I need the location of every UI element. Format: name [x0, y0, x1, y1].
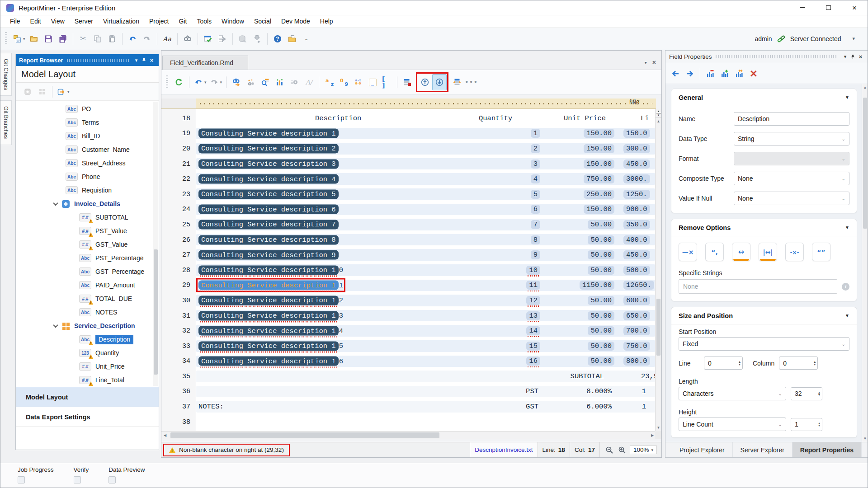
- toolbar-button[interactable]: [287, 74, 302, 90]
- property-control[interactable]: None⌄: [734, 172, 849, 185]
- menu-item[interactable]: Dev Mode: [276, 16, 315, 26]
- menu-item[interactable]: Social: [249, 16, 276, 26]
- remove-option-button[interactable]: —×: [679, 243, 697, 261]
- length-unit-select[interactable]: Characters⌄: [679, 387, 786, 400]
- tree-item[interactable]: #.# SUBTOTAL: [16, 211, 159, 224]
- close-panel-icon[interactable]: ×: [857, 53, 864, 61]
- close-document-icon[interactable]: ×: [652, 59, 656, 66]
- menu-item[interactable]: File: [5, 16, 25, 26]
- toolbar-button[interactable]: [52, 86, 52, 98]
- toolbar-button[interactable]: A∕: [302, 74, 316, 90]
- toolbar-button[interactable]: a-z0-9: [351, 74, 365, 90]
- close-panel-icon[interactable]: ×: [148, 56, 156, 64]
- unit-price-cell[interactable]: 50.00: [588, 250, 614, 259]
- scroll-down-icon[interactable]: ▼: [862, 435, 868, 442]
- line-total-cell[interactable]: 400.0: [623, 235, 650, 244]
- chevron-down-icon[interactable]: [53, 201, 58, 206]
- toolbar-button[interactable]: 09: [336, 74, 351, 90]
- quantity-cell[interactable]: 9: [531, 250, 540, 259]
- toolbar-button[interactable]: [668, 66, 683, 82]
- toolbar-button[interactable]: [418, 74, 432, 90]
- edge-tab[interactable]: Git Branches: [0, 100, 12, 145]
- tree-item[interactable]: Abc PAID_Amount: [16, 278, 159, 292]
- tree-item[interactable]: Abc PST_Percentage: [16, 251, 159, 265]
- description-cell[interactable]: Consulting Service description 16: [198, 357, 343, 366]
- toolbar-button[interactable]: [157, 33, 157, 45]
- unit-price-cell[interactable]: 250.00: [584, 190, 614, 199]
- unit-price-cell[interactable]: 50.00: [588, 357, 614, 366]
- section-header[interactable]: General▼: [671, 89, 857, 106]
- description-cell[interactable]: Consulting Service description 13: [198, 311, 343, 320]
- toolbar-button[interactable]: [273, 74, 287, 90]
- tree-item[interactable]: #.# Unit_Price: [16, 360, 159, 373]
- toolbar-button[interactable]: _: [365, 74, 380, 90]
- panel-scrollbar[interactable]: ▲ ▼: [862, 84, 868, 442]
- tree-item[interactable]: #.# PST_Value: [16, 224, 159, 238]
- description-cell[interactable]: Consulting Service description 1: [198, 129, 339, 138]
- toolbar-grip[interactable]: [166, 75, 168, 89]
- remove-option-button[interactable]: ↔: [732, 243, 750, 261]
- quantity-cell[interactable]: 7: [531, 220, 540, 229]
- quantity-cell[interactable]: 16: [526, 357, 540, 366]
- toolbar-button[interactable]: [208, 74, 224, 90]
- mode-button[interactable]: Model Layout: [16, 387, 159, 407]
- tree-item[interactable]: Abc Description: [16, 333, 159, 346]
- toolbar-button[interactable]: [285, 31, 299, 47]
- tab-list-icon[interactable]: ▾: [645, 60, 647, 65]
- toolbar-button[interactable]: [717, 66, 732, 82]
- remove-option-button[interactable]: “”: [812, 243, 830, 261]
- tree-item[interactable]: Abc NOTES: [16, 305, 159, 319]
- tree-item[interactable]: Abc Street_Address: [16, 156, 159, 170]
- scroll-thumb[interactable]: [863, 98, 867, 229]
- toolbar-button[interactable]: •••: [464, 74, 479, 90]
- toolbar-button[interactable]: [ ]: [380, 74, 394, 90]
- toolbar-button[interactable]: [250, 31, 264, 47]
- edge-tab[interactable]: Git Changes: [0, 53, 12, 96]
- unit-price-cell[interactable]: 50.00: [588, 342, 614, 351]
- toolbar-button[interactable]: [732, 66, 746, 82]
- toolbar-button[interactable]: [35, 84, 49, 100]
- unit-price-cell[interactable]: 150.00: [584, 129, 614, 138]
- toolbar-button[interactable]: [192, 74, 208, 90]
- quantity-cell[interactable]: 13: [526, 311, 540, 320]
- scroll-up-icon[interactable]: ▲: [862, 84, 868, 91]
- tree-item[interactable]: #.# TOTAL_DUE: [16, 292, 159, 305]
- property-control[interactable]: None⌄: [734, 192, 849, 205]
- line-total-cell[interactable]: 350.0: [623, 220, 650, 229]
- column-stepper[interactable]: 0▴▾: [779, 357, 818, 370]
- line-total-cell[interactable]: 800.0: [623, 357, 650, 366]
- menu-item[interactable]: Window: [217, 16, 249, 26]
- start-position-select[interactable]: Fixed⌄: [679, 337, 849, 351]
- toolbar-button[interactable]: [450, 74, 464, 90]
- line-total-cell[interactable]: 900.0: [623, 205, 650, 214]
- minimize-button[interactable]: [789, 0, 815, 15]
- unit-price-cell[interactable]: 50.00: [588, 296, 614, 305]
- line-stepper[interactable]: 0▴▾: [704, 357, 743, 370]
- line-total-cell[interactable]: 500.0: [623, 266, 650, 275]
- tree-item[interactable]: Abc Bill_ID: [16, 129, 159, 143]
- tree-item[interactable]: 123 Quantity: [16, 346, 159, 360]
- toolbar-button[interactable]: [683, 66, 697, 82]
- toolbar-button[interactable]: ✂: [76, 31, 90, 47]
- toolbar-button[interactable]: [215, 31, 230, 47]
- tree-item[interactable]: #.# Line_Total: [16, 373, 159, 387]
- line-total-cell[interactable]: 700.0: [623, 326, 650, 335]
- toolbar-button[interactable]: ⌄: [299, 31, 314, 47]
- zoom-in-icon[interactable]: [617, 445, 627, 455]
- tree-item[interactable]: Abc Terms: [16, 116, 159, 129]
- pin-icon[interactable]: [849, 53, 857, 61]
- toolbar-button[interactable]: [319, 76, 319, 88]
- line-total-cell[interactable]: 12650.: [623, 281, 654, 290]
- tree-item[interactable]: #.# GST_Value: [16, 238, 159, 251]
- scroll-down-icon[interactable]: ▼: [656, 424, 661, 431]
- line-total-cell[interactable]: 300.0: [623, 144, 650, 153]
- split-handle-icon[interactable]: ▴▾: [656, 109, 661, 118]
- bottom-bar-item[interactable]: Job Progress: [18, 466, 54, 488]
- toolbar-button[interactable]: az: [322, 74, 336, 90]
- toolbar-button[interactable]: [229, 74, 244, 90]
- menu-item[interactable]: Git: [174, 16, 192, 26]
- collapse-icon[interactable]: ▼: [845, 225, 849, 230]
- toolbar-button[interactable]: [73, 33, 73, 45]
- menu-item[interactable]: Help: [315, 16, 338, 26]
- description-cell[interactable]: Consulting Service description 6: [198, 205, 339, 214]
